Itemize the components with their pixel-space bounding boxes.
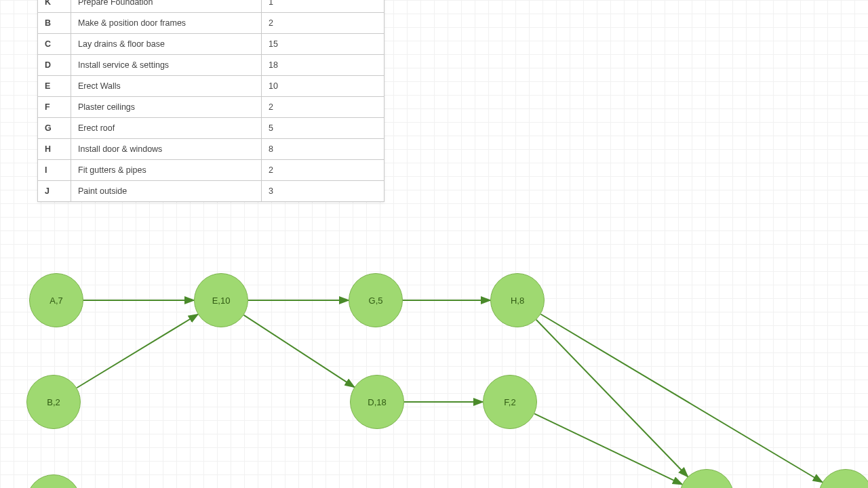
activity-desc: Erect roof: [71, 118, 262, 139]
table-row: J Paint outside 3: [38, 181, 384, 202]
activity-duration: 8: [262, 139, 384, 160]
table-row: B Make & position door frames 2: [38, 13, 384, 34]
table-row: G Erect roof 5: [38, 118, 384, 139]
activity-duration: 3: [262, 181, 384, 202]
activity-duration: 10: [262, 76, 384, 97]
edge-b-e: [77, 314, 198, 388]
activity-duration: 2: [262, 97, 384, 118]
activity-code: E: [38, 76, 71, 97]
edge-f-i: [534, 413, 682, 484]
node-label: E,10: [212, 296, 231, 306]
node-label: B,2: [47, 397, 60, 407]
activity-duration: 1: [262, 0, 384, 13]
activity-duration: 5: [262, 118, 384, 139]
activity-duration: 18: [262, 55, 384, 76]
node-a[interactable]: A,7: [29, 273, 83, 327]
activity-code: F: [38, 97, 71, 118]
node-d[interactable]: D,18: [350, 375, 404, 429]
activity-code: D: [38, 55, 71, 76]
table-row: K Prepare Foundation 1: [38, 0, 384, 13]
diagram-canvas[interactable]: K Prepare Foundation 1 B Make & position…: [0, 0, 868, 488]
activity-desc: Fit gutters & pipes: [71, 160, 262, 181]
node-label: D,18: [368, 397, 386, 407]
table-row: H Install door & windows 8: [38, 139, 384, 160]
activity-duration: 2: [262, 13, 384, 34]
activity-code: C: [38, 34, 71, 55]
node-label: G,5: [369, 296, 383, 306]
table-row: C Lay drains & floor base 15: [38, 34, 384, 55]
node-label: H,8: [511, 296, 524, 306]
edge-h-i: [536, 320, 688, 476]
activity-code: H: [38, 139, 71, 160]
table-row: F Plaster ceilings 2: [38, 97, 384, 118]
edge-h-j: [540, 314, 822, 483]
activity-duration: 2: [262, 160, 384, 181]
activity-desc: Erect Walls: [71, 76, 262, 97]
node-c[interactable]: [26, 474, 81, 488]
node-i[interactable]: [679, 469, 734, 488]
activity-table: K Prepare Foundation 1 B Make & position…: [37, 0, 384, 202]
node-b[interactable]: B,2: [26, 375, 81, 429]
node-label: F,2: [504, 397, 515, 407]
activity-code: B: [38, 13, 71, 34]
node-f[interactable]: F,2: [483, 375, 537, 429]
table-row: I Fit gutters & pipes 2: [38, 160, 384, 181]
node-j[interactable]: [818, 469, 868, 488]
node-g[interactable]: G,5: [349, 273, 403, 327]
edge-e-d: [244, 315, 355, 387]
table-row: D Install service & settings 18: [38, 55, 384, 76]
activity-desc: Paint outside: [71, 181, 262, 202]
activity-desc: Prepare Foundation: [71, 0, 262, 13]
node-e[interactable]: E,10: [194, 273, 248, 327]
activity-code: G: [38, 118, 71, 139]
activity-duration: 15: [262, 34, 384, 55]
table-row: E Erect Walls 10: [38, 76, 384, 97]
activity-code: I: [38, 160, 71, 181]
activity-desc: Make & position door frames: [71, 13, 262, 34]
node-label: A,7: [50, 296, 63, 306]
node-h[interactable]: H,8: [490, 273, 545, 327]
activity-code: K: [38, 0, 71, 13]
activity-desc: Install door & windows: [71, 139, 262, 160]
activity-desc: Plaster ceilings: [71, 97, 262, 118]
activity-desc: Lay drains & floor base: [71, 34, 262, 55]
activity-code: J: [38, 181, 71, 202]
activity-desc: Install service & settings: [71, 55, 262, 76]
